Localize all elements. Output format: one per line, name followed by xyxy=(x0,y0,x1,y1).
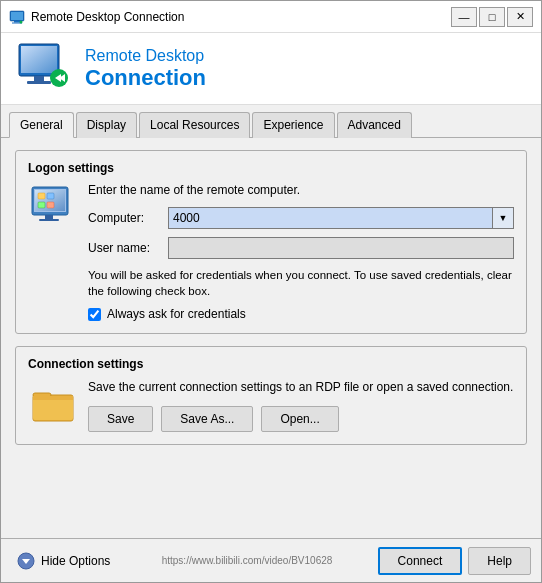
computer-input-wrapper: ▼ xyxy=(168,207,514,229)
app-header: Remote Desktop Connection xyxy=(1,33,541,105)
tab-experience[interactable]: Experience xyxy=(252,112,334,138)
logon-icon-col xyxy=(28,183,78,321)
svg-rect-16 xyxy=(39,219,59,221)
main-content: Logon settings xyxy=(1,138,541,538)
logon-settings-section: Logon settings xyxy=(15,150,527,334)
conn-desc: Save the current connection settings to … xyxy=(88,379,514,396)
main-window: Remote Desktop Connection — □ ✕ xyxy=(0,0,542,583)
logon-desc: Enter the name of the remote computer. xyxy=(88,183,514,197)
app-icon xyxy=(9,9,25,25)
svg-rect-1 xyxy=(11,12,23,20)
svg-rect-7 xyxy=(21,46,57,73)
header-text: Remote Desktop Connection xyxy=(85,47,206,91)
logon-form-col: Enter the name of the remote computer. C… xyxy=(88,183,514,321)
hide-options-label: Hide Options xyxy=(41,554,110,568)
tab-general[interactable]: General xyxy=(9,112,74,138)
folder-icon xyxy=(31,383,75,423)
header-title-bottom: Connection xyxy=(85,65,206,91)
connection-settings-label: Connection settings xyxy=(28,357,514,371)
hide-options-icon xyxy=(17,552,35,570)
footer-status: https://www.bilibili.com/video/BV10628 xyxy=(116,555,377,566)
monitor-icon xyxy=(17,42,69,88)
title-bar-text: Remote Desktop Connection xyxy=(31,10,451,24)
footer: Hide Options https://www.bilibili.com/vi… xyxy=(1,538,541,582)
computer-dropdown-arrow[interactable]: ▼ xyxy=(492,207,514,229)
logon-body: Enter the name of the remote computer. C… xyxy=(28,183,514,321)
close-button[interactable]: ✕ xyxy=(507,7,533,27)
conn-button-row: Save Save As... Open... xyxy=(88,406,514,432)
username-row: User name: xyxy=(88,237,514,259)
connect-button[interactable]: Connect xyxy=(378,547,463,575)
connection-settings-section: Connection settings Save the current con… xyxy=(15,346,527,445)
computer-input[interactable] xyxy=(168,207,492,229)
svg-rect-20 xyxy=(38,202,45,208)
svg-rect-2 xyxy=(14,21,20,23)
svg-rect-18 xyxy=(38,193,45,199)
save-as-button[interactable]: Save As... xyxy=(161,406,253,432)
computer-label: Computer: xyxy=(88,211,168,225)
credentials-info: You will be asked for credentials when y… xyxy=(88,267,514,299)
title-bar: Remote Desktop Connection — □ ✕ xyxy=(1,1,541,33)
pc-icon xyxy=(30,185,76,231)
help-button[interactable]: Help xyxy=(468,547,531,575)
always-ask-label: Always ask for credentials xyxy=(107,307,246,321)
tab-advanced[interactable]: Advanced xyxy=(337,112,412,138)
svg-rect-21 xyxy=(47,202,54,208)
svg-point-4 xyxy=(20,20,23,23)
computer-row: Computer: ▼ xyxy=(88,207,514,229)
always-ask-row: Always ask for credentials xyxy=(88,307,514,321)
conn-body: Save the current connection settings to … xyxy=(28,379,514,432)
window-controls: — □ ✕ xyxy=(451,7,533,27)
save-button[interactable]: Save xyxy=(88,406,153,432)
logon-settings-label: Logon settings xyxy=(28,161,514,175)
tab-local-resources[interactable]: Local Resources xyxy=(139,112,250,138)
minimize-button[interactable]: — xyxy=(451,7,477,27)
maximize-button[interactable]: □ xyxy=(479,7,505,27)
always-ask-checkbox[interactable] xyxy=(88,308,101,321)
header-icon-area xyxy=(17,42,71,96)
tab-display[interactable]: Display xyxy=(76,112,137,138)
svg-rect-19 xyxy=(47,193,54,199)
tabs-container: General Display Local Resources Experien… xyxy=(1,105,541,138)
svg-rect-9 xyxy=(27,81,51,84)
open-button[interactable]: Open... xyxy=(261,406,338,432)
svg-rect-15 xyxy=(45,215,53,219)
hide-options-button[interactable]: Hide Options xyxy=(11,548,116,574)
header-title-top: Remote Desktop xyxy=(85,47,206,65)
svg-rect-8 xyxy=(34,76,44,81)
footer-buttons: Connect Help xyxy=(378,547,531,575)
username-label: User name: xyxy=(88,241,168,255)
svg-rect-25 xyxy=(33,396,73,400)
conn-form-col: Save the current connection settings to … xyxy=(88,379,514,432)
conn-icon-col xyxy=(28,379,78,432)
username-input[interactable] xyxy=(168,237,514,259)
